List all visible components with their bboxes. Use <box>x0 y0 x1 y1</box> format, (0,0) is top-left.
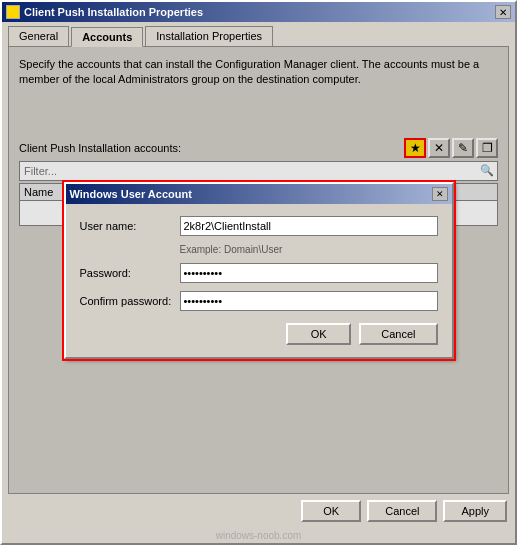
dialog-content: User name: Example: Domain\User Password… <box>66 204 452 357</box>
dialog-ok-button[interactable]: OK <box>286 323 351 345</box>
password-row: Password: <box>80 263 438 283</box>
tab-general[interactable]: General <box>8 26 69 46</box>
window-close-button[interactable]: ✕ <box>495 5 511 19</box>
tab-installation-properties[interactable]: Installation Properties <box>145 26 273 46</box>
cancel-button[interactable]: Cancel <box>367 500 437 522</box>
username-label: User name: <box>80 220 180 232</box>
modal-overlay: Windows User Account ✕ User name: Exampl… <box>9 47 508 493</box>
content-area: Specify the accounts that can install th… <box>8 46 509 494</box>
username-input[interactable] <box>180 216 438 236</box>
title-bar-left: Client Push Installation Properties <box>6 5 203 19</box>
apply-button[interactable]: Apply <box>443 500 507 522</box>
dialog-title: Windows User Account <box>70 188 192 200</box>
confirm-password-row: Confirm password: <box>80 291 438 311</box>
ok-button[interactable]: OK <box>301 500 361 522</box>
dialog-buttons: OK Cancel <box>80 323 438 345</box>
username-row: User name: <box>80 216 438 236</box>
main-window: Client Push Installation Properties ✕ Ge… <box>0 0 517 545</box>
password-input[interactable] <box>180 263 438 283</box>
title-bar: Client Push Installation Properties ✕ <box>2 2 515 22</box>
dialog-title-bar: Windows User Account ✕ <box>66 184 452 204</box>
tabs-bar: General Accounts Installation Properties <box>2 22 515 46</box>
confirm-password-input[interactable] <box>180 291 438 311</box>
windows-user-account-dialog: Windows User Account ✕ User name: Exampl… <box>64 182 454 359</box>
username-hint: Example: Domain\User <box>180 244 438 255</box>
dialog-close-button[interactable]: ✕ <box>432 187 448 201</box>
watermark: windows-noob.com <box>2 528 515 543</box>
app-icon <box>6 5 20 19</box>
bottom-bar: OK Cancel Apply <box>2 494 515 528</box>
confirm-password-label: Confirm password: <box>80 295 180 307</box>
tab-accounts[interactable]: Accounts <box>71 27 143 47</box>
window-title: Client Push Installation Properties <box>24 6 203 18</box>
dialog-cancel-button[interactable]: Cancel <box>359 323 437 345</box>
password-label: Password: <box>80 267 180 279</box>
